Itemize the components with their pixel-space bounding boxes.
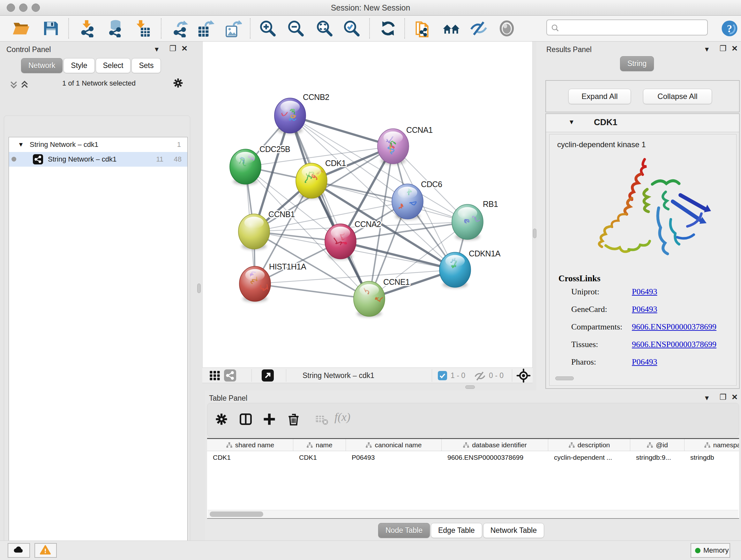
zoom-out-button[interactable] [286,19,305,37]
splitter-handle[interactable] [197,284,201,293]
results-hscrollbar[interactable] [555,376,574,380]
import-database-button[interactable] [106,19,124,37]
tab-select[interactable]: Select [96,58,131,73]
splitter-handle[interactable] [465,385,475,389]
crosslink-link[interactable]: P06493 [632,287,657,297]
column-header-label: name [316,441,333,449]
close-panel-icon[interactable]: ✕ [731,393,738,401]
tab-network[interactable]: Network [21,58,63,73]
column-header-namespace[interactable]: namespace [684,439,739,451]
node-CCNA2[interactable] [325,224,356,260]
gear-icon[interactable] [172,77,184,89]
checkbox-icon[interactable] [438,371,447,380]
column-header-name[interactable]: name [293,439,346,451]
panel-menu-icon[interactable]: ▾ [705,393,709,402]
node-CCNB1[interactable] [239,214,270,250]
cloud-button[interactable] [8,543,30,558]
tab-string[interactable]: String [620,56,654,71]
search-input[interactable] [562,21,703,34]
scrollbar-thumb[interactable] [210,511,263,517]
column-header-label: canonical name [375,441,421,449]
column-header-shared-name[interactable]: shared name [207,439,293,451]
close-panel-icon[interactable]: ✕ [731,44,738,53]
close-panel-icon[interactable]: ✕ [181,44,188,53]
crosslink-link[interactable]: 9606.ENSP00000378699 [632,322,717,332]
help-button[interactable]: ? [721,19,738,37]
column-header-canonical-name[interactable]: canonical name [346,439,442,451]
node-CCNB2[interactable] [274,98,306,134]
warning-button[interactable] [35,543,57,558]
import-network-button[interactable] [79,19,97,37]
table-row[interactable]: CDK1CDK1P064939606.ENSP00000378699cyclin… [207,451,739,464]
node-CCNA1[interactable] [378,129,409,165]
tab-style[interactable]: Style [64,58,94,73]
edge-HIST1H1A-CCNE1[interactable] [255,284,369,299]
node-CDC25B[interactable] [230,149,261,185]
memory-button[interactable]: Memory [690,543,730,558]
float-panel-icon[interactable]: ❐ [720,393,727,401]
import-table-button[interactable] [134,19,151,37]
open-session-button[interactable] [12,19,30,37]
panel-menu-icon[interactable]: ▾ [705,45,709,54]
refresh-button[interactable] [379,19,397,37]
collapse-all-button[interactable]: Collapse All [643,89,712,104]
splitter-handle[interactable] [533,229,536,238]
edge-CCNB2-CCNE1[interactable] [290,116,369,299]
triangle-collapse-icon[interactable]: ▼ [18,137,24,152]
crosshair-icon[interactable] [516,368,531,383]
eye-slash-icon[interactable] [474,370,486,381]
node-RB1[interactable] [452,204,483,240]
tab-node-table[interactable]: Node Table [378,523,430,538]
node-CDC6[interactable] [392,184,423,220]
zoom-fit-button[interactable] [315,19,333,37]
delete-column-icon[interactable] [286,412,300,426]
tab-edge-table[interactable]: Edge Table [431,523,482,538]
float-panel-icon[interactable]: ❐ [720,44,727,53]
home-button[interactable] [442,19,460,37]
float-panel-icon[interactable]: ❐ [170,44,177,53]
tab-sets[interactable]: Sets [131,58,161,73]
network-view-canvas[interactable]: CCNB2CCNA1CDC25BCDK1CDC6RB1CCNB1CCNA2CDK… [202,42,533,368]
selected-counts: 1 - 0 [451,371,465,380]
share-document-button[interactable] [413,19,431,37]
eye-button[interactable] [498,19,516,37]
network-row[interactable]: String Network – cdk1 11 48 [9,152,187,167]
crosslink-link[interactable]: 9606.ENSP00000378699 [632,340,717,349]
table-gear-icon[interactable] [214,412,228,426]
zoom-selected-button[interactable] [342,19,360,37]
save-session-button[interactable] [42,19,60,37]
grid-view-icon[interactable] [209,370,220,381]
node-CDK1[interactable] [296,163,327,199]
export-image-button[interactable] [224,19,242,37]
column-header-description[interactable]: description [548,439,630,451]
node-CCNE1[interactable] [354,281,385,317]
crosslink-link[interactable]: P06493 [632,357,657,367]
panel-menu-icon[interactable]: ▾ [155,45,158,54]
node-table[interactable]: shared namenamecanonical namedatabase id… [207,438,739,519]
share-network-gray-icon[interactable] [224,369,236,381]
network-collection-row[interactable]: ▼ String Network – cdk1 1 [9,137,187,152]
node-CDKN1A[interactable] [440,252,471,288]
triangle-collapse-icon[interactable]: ▼ [568,118,575,126]
expand-all-networks-icon[interactable] [10,80,18,89]
column-header-database-identifier[interactable]: database identifier [442,439,548,451]
edge-CCNB2-CCNA1[interactable] [290,116,393,146]
gene-section-header[interactable]: ▼ CDK1 [546,114,739,132]
node-HIST1H1A[interactable] [239,266,271,302]
add-column-icon[interactable] [262,412,276,426]
collapse-all-networks-icon[interactable] [20,80,29,89]
export-network-button[interactable] [172,19,190,37]
hide-unhide-button[interactable] [470,19,488,37]
crosslink-label: Tissues: [571,340,598,349]
network-graph[interactable]: CCNB2CCNA1CDC25BCDK1CDC6RB1CCNB1CCNA2CDK… [203,42,533,368]
external-link-icon[interactable] [262,369,274,381]
tab-network-table[interactable]: Network Table [483,523,544,538]
crosslink-link[interactable]: P06493 [632,305,657,314]
export-table-button[interactable] [197,19,214,37]
expand-all-button[interactable]: Expand All [568,89,631,104]
table-hscrollbar[interactable] [208,510,738,518]
columns-icon[interactable] [239,412,253,426]
search-field[interactable] [546,19,708,36]
column-header-@id[interactable]: @id [630,439,684,451]
zoom-in-button[interactable] [259,19,276,37]
